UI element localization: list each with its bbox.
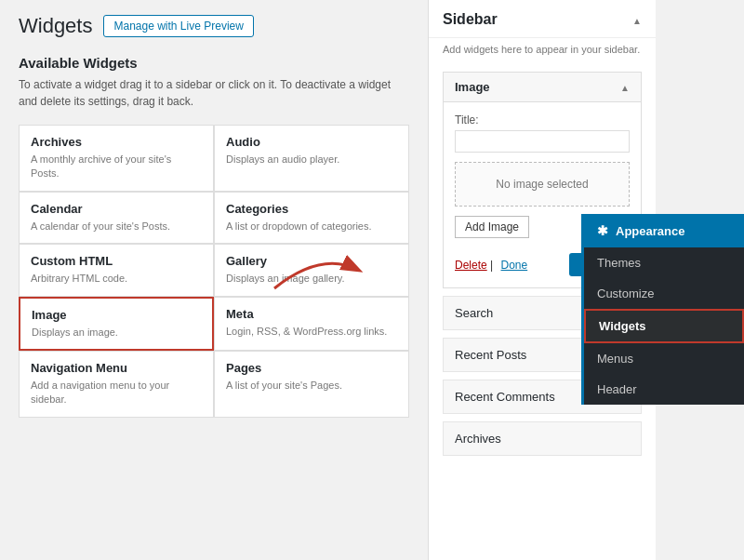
widget-item-desc: A monthly archive of your site's Posts.: [31, 153, 202, 181]
appearance-menu-items: ThemesCustomizeWidgetsMenusHeader: [584, 247, 744, 405]
appearance-menu-title: Appearance: [616, 224, 684, 238]
appearance-menu-item[interactable]: Header: [584, 374, 744, 405]
widget-delete-link[interactable]: Delete: [455, 259, 487, 272]
widget-item-name: Pages: [226, 361, 397, 375]
widget-item-desc: Displays an audio player.: [226, 153, 397, 167]
sidebar-panel-header: Sidebar: [429, 0, 656, 38]
widget-item-desc: Login, RSS, & WordPress.org links.: [226, 325, 397, 339]
separator: |: [490, 259, 493, 272]
widget-item-name: Audio: [226, 135, 397, 149]
widget-item[interactable]: Navigation Menu Add a navigation menu to…: [19, 351, 214, 418]
widget-item[interactable]: Pages A list of your site's Pages.: [214, 351, 409, 418]
widget-done-link[interactable]: Done: [501, 259, 528, 272]
title-label: Title:: [455, 113, 630, 127]
widget-item-name: Calendar: [31, 202, 202, 216]
add-image-button[interactable]: Add Image: [455, 216, 529, 238]
widget-item-desc: A calendar of your site's Posts.: [31, 220, 202, 233]
widget-item-name: Gallery: [226, 254, 397, 268]
widget-item-desc: Arbitrary HTML code.: [31, 272, 202, 286]
live-preview-button[interactable]: Manage with Live Preview: [103, 15, 253, 37]
image-widget-title: Image: [455, 80, 490, 94]
sidebar-panel-title: Sidebar: [443, 11, 498, 28]
widget-grid: Archives A monthly archive of your site'…: [19, 125, 409, 418]
widget-item-name: Meta: [226, 307, 397, 321]
appearance-menu-item[interactable]: Themes: [584, 247, 744, 278]
appearance-menu: ✱ Appearance ThemesCustomizeWidgetsMenus…: [581, 214, 744, 405]
widget-item[interactable]: Categories A list or dropdown of categor…: [214, 192, 409, 244]
widget-item-name: Navigation Menu: [31, 361, 202, 375]
available-widgets-title: Available Widgets: [19, 55, 409, 71]
appearance-icon: ✱: [597, 223, 608, 238]
available-widgets-description: To activate a widget drag it to a sideba…: [19, 76, 409, 110]
title-input[interactable]: [455, 130, 630, 153]
widget-item[interactable]: Gallery Displays an image gallery.: [214, 244, 409, 296]
widget-item[interactable]: Custom HTML Arbitrary HTML code.: [19, 244, 214, 296]
appearance-menu-item[interactable]: Menus: [584, 343, 744, 374]
sidebar-widget-item[interactable]: Archives: [443, 421, 642, 456]
appearance-menu-item[interactable]: Customize: [584, 278, 744, 309]
widget-item-name: Archives: [31, 135, 202, 149]
widget-item-desc: Add a navigation menu to your sidebar.: [31, 379, 202, 407]
page-wrapper: Widgets Manage with Live Preview Availab…: [0, 0, 744, 560]
widget-footer-links: Delete | Done: [455, 259, 527, 272]
main-content: Widgets Manage with Live Preview Availab…: [0, 0, 428, 560]
image-widget-collapse-icon[interactable]: [620, 80, 630, 94]
widget-item[interactable]: Calendar A calendar of your site's Posts…: [19, 192, 214, 244]
no-image-box: No image selected: [455, 162, 630, 207]
widget-item-name: Custom HTML: [31, 254, 202, 268]
widget-item[interactable]: Archives A monthly archive of your site'…: [19, 125, 214, 192]
widget-item-name: Categories: [226, 202, 397, 216]
image-widget-header[interactable]: Image: [444, 73, 641, 102]
widget-item[interactable]: Audio Displays an audio player.: [214, 125, 409, 192]
widget-item[interactable]: Meta Login, RSS, & WordPress.org links.: [214, 297, 409, 351]
sidebar-widget-item-title: Archives: [455, 432, 630, 446]
appearance-menu-item[interactable]: Widgets: [584, 309, 744, 343]
widget-item-desc: Displays an image gallery.: [226, 272, 397, 286]
sidebar-collapse-icon[interactable]: [632, 13, 642, 27]
page-title: Widgets: [19, 14, 92, 38]
widget-item-desc: A list or dropdown of categories.: [226, 220, 397, 233]
widget-item-name: Image: [32, 308, 201, 322]
appearance-menu-header: ✱ Appearance: [584, 214, 744, 247]
page-header: Widgets Manage with Live Preview: [19, 14, 409, 38]
widget-item-desc: Displays an image.: [32, 326, 201, 340]
widget-item-desc: A list of your site's Pages.: [226, 379, 397, 393]
sidebar-panel-description: Add widgets here to appear in your sideb…: [429, 38, 656, 64]
widget-item[interactable]: Image Displays an image.: [19, 297, 214, 351]
